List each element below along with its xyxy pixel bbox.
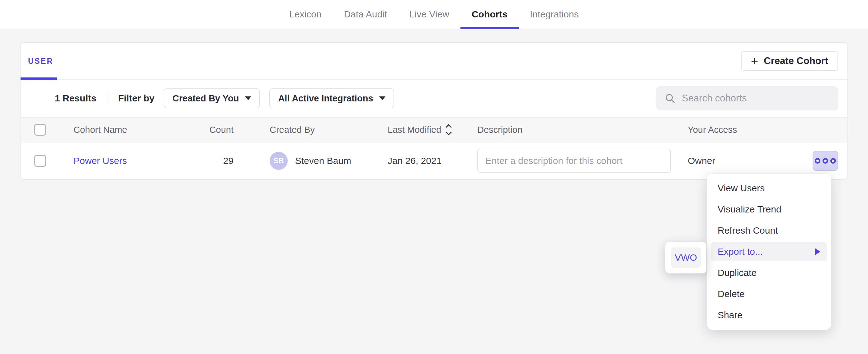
create-cohort-button[interactable]: + Create Cohort (741, 51, 838, 71)
column-header-count: Count (209, 125, 270, 135)
submenu-item-vwo[interactable]: VWO (671, 247, 701, 268)
row-checkbox-cell (21, 155, 73, 167)
top-nav-tabs: Lexicon Data Audit Live View Cohorts Int… (278, 0, 590, 29)
cohorts-panel: USER + Create Cohort 1 Results Filter by… (20, 42, 848, 180)
more-dots-icon (815, 158, 820, 164)
menu-item-view-users[interactable]: View Users (711, 179, 827, 198)
actions-cell (806, 151, 838, 171)
tab-data-audit[interactable]: Data Audit (333, 0, 398, 29)
results-count: 1 Results (55, 93, 96, 104)
created-by-dropdown-label: Created By You (173, 93, 239, 104)
panel-header: USER + Create Cohort (21, 43, 847, 79)
access-value: Owner (688, 156, 806, 166)
cohort-count: 29 (209, 156, 270, 166)
cohort-name-cell: Power Users (73, 156, 209, 166)
create-cohort-label: Create Cohort (764, 55, 828, 67)
menu-item-share[interactable]: Share (711, 305, 827, 325)
divider (107, 91, 107, 105)
search-input[interactable] (682, 93, 830, 104)
search-box (656, 86, 838, 110)
column-header-access: Your Access (688, 125, 806, 135)
avatar: SB (270, 152, 288, 170)
column-header-description: Description (477, 125, 688, 135)
column-header-created-by: Created By (270, 125, 388, 135)
integrations-dropdown-label: All Active Integrations (278, 93, 373, 104)
created-by-cell: SB Steven Baum (270, 152, 388, 170)
export-submenu: VWO (665, 242, 706, 273)
select-all-checkbox[interactable] (34, 124, 46, 136)
created-by-dropdown[interactable]: Created By You (164, 88, 260, 108)
tab-cohorts[interactable]: Cohorts (461, 0, 519, 29)
description-input[interactable] (477, 149, 671, 173)
created-by-name: Steven Baum (295, 156, 351, 166)
menu-item-delete[interactable]: Delete (711, 284, 827, 303)
filter-by-label: Filter by (118, 93, 154, 104)
menu-item-export-to[interactable]: Export to... (711, 242, 827, 261)
submenu-arrow-icon (815, 248, 820, 255)
more-actions-button[interactable] (813, 151, 838, 171)
last-modified-label: Last Modified (388, 125, 441, 135)
top-nav-bar: Lexicon Data Audit Live View Cohorts Int… (0, 0, 868, 29)
table-header-row: Cohort Name Count Created By Last Modifi… (21, 117, 847, 142)
tab-integrations[interactable]: Integrations (519, 0, 590, 29)
header-checkbox-cell (21, 124, 73, 136)
cohort-name-link[interactable]: Power Users (73, 156, 127, 166)
column-header-name: Cohort Name (73, 125, 209, 135)
search-icon (664, 93, 676, 104)
last-modified-value: Jan 26, 2021 (388, 156, 477, 166)
chevron-down-icon (245, 96, 251, 100)
more-dots-icon (823, 158, 828, 164)
tab-live-view[interactable]: Live View (398, 0, 461, 29)
tab-lexicon[interactable]: Lexicon (278, 0, 333, 29)
page-content: USER + Create Cohort 1 Results Filter by… (0, 42, 868, 180)
menu-item-refresh-count[interactable]: Refresh Count (711, 221, 827, 240)
plus-icon: + (751, 55, 758, 67)
more-dots-icon (830, 158, 836, 164)
description-cell (477, 149, 688, 173)
tab-user[interactable]: USER (28, 57, 53, 66)
filter-bar: 1 Results Filter by Created By You All A… (21, 79, 847, 117)
menu-item-visualize-trend[interactable]: Visualize Trend (711, 200, 827, 219)
column-header-last-modified[interactable]: Last Modified (388, 125, 477, 135)
chevron-down-icon (379, 96, 385, 100)
row-checkbox[interactable] (34, 155, 46, 167)
export-to-label: Export to... (718, 246, 763, 257)
menu-item-duplicate[interactable]: Duplicate (711, 263, 827, 283)
row-context-menu: View Users Visualize Trend Refresh Count… (707, 173, 831, 330)
integrations-dropdown[interactable]: All Active Integrations (269, 88, 394, 108)
sort-icon (446, 125, 451, 134)
